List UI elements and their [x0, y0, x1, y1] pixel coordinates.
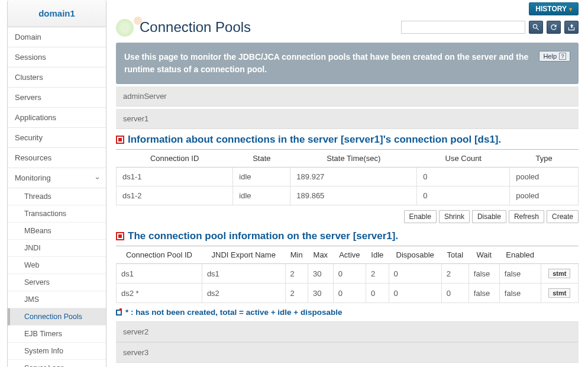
col-wait: Wait	[469, 246, 499, 264]
col-disposable: Disposable	[389, 246, 441, 264]
disable-button[interactable]: Disable	[472, 210, 506, 223]
cell: 0	[333, 264, 366, 284]
section1-title-row: Information about connections in the ser…	[116, 129, 579, 150]
section-icon	[116, 136, 124, 144]
sidebar: domain1 Domain Sessions Clusters Servers…	[7, 0, 106, 367]
col-active: Active	[333, 246, 366, 264]
menu-domain[interactable]: Domain	[8, 27, 106, 47]
table-row[interactable]: ds1-1 idle 189.927 0 pooled	[117, 168, 579, 186]
help-label: Help	[543, 53, 557, 60]
cell: pooled	[510, 168, 579, 186]
menu-monitoring[interactable]: Monitoring ›	[8, 168, 106, 188]
sub-connection-pools[interactable]: Connection Pools	[8, 308, 106, 326]
help-button[interactable]: Help ?	[539, 51, 570, 62]
cell: false	[469, 264, 499, 284]
cell: 2	[285, 284, 308, 303]
cell: false	[469, 284, 499, 303]
col-total: Total	[441, 246, 469, 264]
cell: 0	[417, 186, 510, 205]
page-title: Connection Pools	[140, 19, 251, 36]
stmt-button[interactable]: stmt	[548, 269, 570, 278]
server-row[interactable]: server2	[116, 321, 579, 342]
search-icon[interactable]	[529, 21, 543, 34]
table-row[interactable]: ds1 ds1 2 30 0 2 0 2 false false stmt	[117, 264, 579, 284]
history-button[interactable]: HISTORY ▾	[529, 2, 579, 15]
cell: 0	[366, 284, 389, 303]
col-enabled: Enabled	[499, 246, 541, 264]
refresh-button[interactable]: Refresh	[509, 210, 544, 223]
sub-server-logs[interactable]: Server Logs	[8, 360, 106, 367]
shrink-button[interactable]: Shrink	[439, 210, 470, 223]
cell: ds2	[202, 284, 285, 303]
server-row-current[interactable]: server1	[116, 109, 579, 129]
cell: ds1-2	[117, 186, 233, 205]
menu-sessions[interactable]: Sessions	[8, 47, 106, 67]
section-icon	[116, 232, 124, 240]
export-icon[interactable]	[564, 21, 579, 34]
sub-ejb-timers[interactable]: EJB Timers	[8, 326, 106, 343]
sub-mbeans[interactable]: MBeans	[8, 223, 106, 240]
footnote-row: * : has not been created, total = active…	[116, 303, 579, 321]
col-jndi: JNDI Export Name	[202, 246, 285, 264]
footnote-text: * : has not been created, total = active…	[125, 308, 343, 317]
cell: idle	[233, 168, 290, 186]
server-row-admin[interactable]: adminServer	[116, 86, 579, 107]
menu-servers[interactable]: Servers	[8, 88, 106, 108]
pool-table: Connection Pool ID JNDI Export Name Min …	[116, 246, 579, 303]
stmt-button[interactable]: stmt	[548, 288, 570, 298]
col-type: Type	[510, 150, 579, 168]
cell: 2	[366, 264, 389, 284]
col-idle: Idle	[366, 246, 389, 264]
col-pool-id: Connection Pool ID	[117, 246, 202, 264]
cell: 30	[308, 264, 333, 284]
cell: 0	[441, 284, 469, 303]
enable-button[interactable]: Enable	[404, 210, 437, 223]
sub-servers[interactable]: Servers	[8, 274, 106, 291]
domain-title[interactable]: domain1	[8, 0, 106, 27]
chevron-down-icon: ▾	[569, 6, 572, 12]
cell: 2	[285, 264, 308, 284]
connections-table: Connection ID State State Time(sec) Use …	[116, 150, 579, 205]
title-decoration	[116, 17, 146, 38]
sub-transactions[interactable]: Transactions	[8, 205, 106, 223]
menu-security[interactable]: Security	[8, 128, 106, 148]
cell: 30	[308, 284, 333, 303]
banner-text: Use this page to monitor the JDBC/JCA co…	[124, 51, 532, 76]
section1-title: Information about connections in the ser…	[128, 134, 501, 146]
col-min: Min	[285, 246, 308, 264]
col-use-count: Use Count	[417, 150, 510, 168]
refresh-icon[interactable]	[547, 21, 561, 34]
cell: pooled	[510, 186, 579, 205]
sub-web[interactable]: Web	[8, 257, 106, 274]
help-icon: ?	[559, 53, 566, 60]
cell: ds2 *	[117, 284, 202, 303]
section2-title-row: The connection pool information on the s…	[116, 226, 579, 246]
sub-jms[interactable]: JMS	[8, 291, 106, 308]
section2-title: The connection pool information on the s…	[128, 230, 398, 242]
monitoring-submenu: Threads Transactions MBeans JNDI Web Ser…	[8, 188, 106, 367]
col-connection-id: Connection ID	[117, 150, 233, 168]
menu-clusters[interactable]: Clusters	[8, 67, 106, 88]
menu-monitoring-label: Monitoring	[15, 173, 51, 182]
server-row[interactable]: server3	[116, 342, 579, 363]
sub-system-info[interactable]: System Info	[8, 343, 106, 360]
table-row[interactable]: ds2 * ds2 2 30 0 0 0 0 false false stmt	[117, 284, 579, 303]
info-banner: Use this page to monitor the JDBC/JCA co…	[116, 43, 579, 84]
search-tools	[401, 21, 579, 34]
create-button[interactable]: Create	[547, 210, 579, 223]
table-row[interactable]: ds1-2 idle 189.865 0 pooled	[117, 186, 579, 205]
chevron-down-icon: ›	[93, 177, 102, 179]
col-state: State	[233, 150, 290, 168]
cell: 0	[389, 284, 441, 303]
cell: ds1	[117, 264, 202, 284]
cell: 2	[441, 264, 469, 284]
search-input[interactable]	[401, 21, 525, 34]
menu-applications[interactable]: Applications	[8, 108, 106, 128]
menu-resources[interactable]: Resources	[8, 148, 106, 168]
cell: false	[499, 284, 541, 303]
cell: 189.927	[290, 168, 417, 186]
sub-threads[interactable]: Threads	[8, 188, 106, 205]
cell: 0	[417, 168, 510, 186]
servers-list: server2 server3	[116, 321, 579, 363]
sub-jndi[interactable]: JNDI	[8, 240, 106, 257]
